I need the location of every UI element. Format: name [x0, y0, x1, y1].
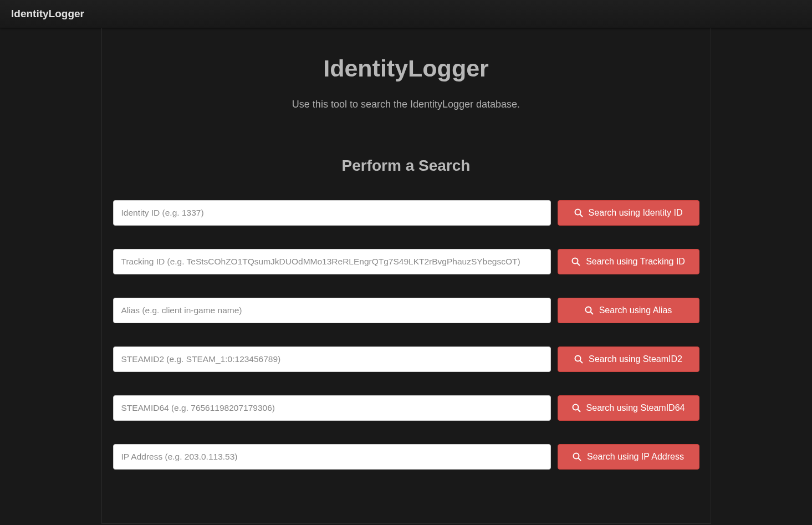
search-icon	[585, 306, 594, 315]
button-label: Search using SteamID2	[589, 354, 682, 364]
search-icon	[572, 404, 581, 412]
navbar-brand[interactable]: IdentityLogger	[11, 8, 84, 19]
ip-address-input[interactable]	[113, 444, 551, 470]
svg-line-1	[580, 215, 583, 217]
svg-line-11	[579, 458, 581, 461]
search-row-identity-id: Search using Identity ID	[113, 200, 699, 226]
search-identity-id-button[interactable]: Search using Identity ID	[558, 200, 699, 226]
svg-point-2	[573, 258, 578, 264]
button-label: Search using Alias	[599, 305, 672, 315]
search-tracking-id-button[interactable]: Search using Tracking ID	[558, 249, 699, 274]
page-subtitle: Use this tool to search the IdentityLogg…	[113, 99, 699, 110]
button-label: Search using Tracking ID	[586, 257, 685, 267]
svg-point-6	[575, 356, 581, 361]
alias-input[interactable]	[113, 298, 551, 323]
search-row-steamid2: Search using SteamID2	[113, 346, 699, 372]
button-label: Search using IP Address	[587, 452, 684, 462]
svg-point-0	[575, 210, 580, 215]
search-icon	[574, 208, 583, 217]
identity-id-input[interactable]	[113, 200, 551, 226]
search-row-alias: Search using Alias	[113, 298, 699, 323]
search-section-title: Perform a Search	[113, 157, 699, 175]
search-steamid64-button[interactable]: Search using SteamID64	[558, 395, 699, 421]
search-icon	[574, 355, 583, 364]
svg-point-4	[585, 307, 591, 313]
button-label: Search using SteamID64	[586, 403, 685, 413]
steamid2-input[interactable]	[113, 346, 551, 372]
button-label: Search using Identity ID	[589, 208, 683, 218]
search-steamid2-button[interactable]: Search using SteamID2	[558, 346, 699, 372]
svg-line-3	[578, 263, 580, 266]
navbar: IdentityLogger	[0, 0, 812, 28]
svg-line-9	[578, 410, 580, 412]
search-row-tracking-id: Search using Tracking ID	[113, 249, 699, 274]
svg-point-8	[573, 405, 578, 410]
main-container: IdentityLogger Use this tool to search t…	[101, 28, 711, 524]
search-icon	[571, 257, 580, 266]
search-icon	[573, 452, 581, 461]
svg-point-10	[574, 453, 579, 459]
search-row-ip-address: Search using IP Address	[113, 444, 699, 470]
steamid64-input[interactable]	[113, 395, 551, 421]
tracking-id-input[interactable]	[113, 249, 551, 274]
svg-line-7	[580, 361, 583, 364]
search-ip-address-button[interactable]: Search using IP Address	[558, 444, 699, 470]
search-alias-button[interactable]: Search using Alias	[558, 298, 699, 323]
search-row-steamid64: Search using SteamID64	[113, 395, 699, 421]
page-title: IdentityLogger	[113, 55, 699, 82]
svg-line-5	[590, 312, 593, 315]
